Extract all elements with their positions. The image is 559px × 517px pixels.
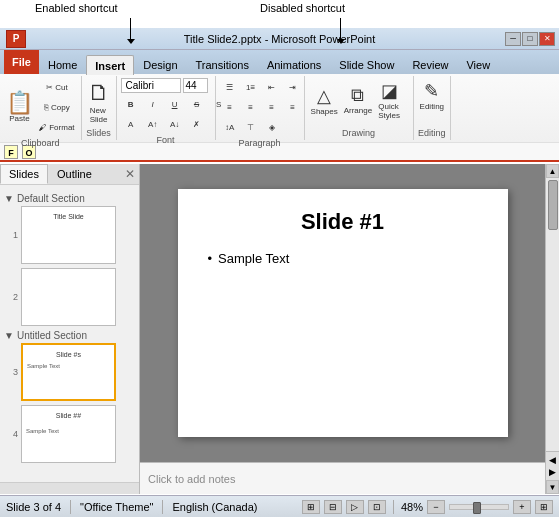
text-direction-button[interactable]: ↕A — [220, 118, 240, 136]
main-area: Slides Outline ✕ ▼ Default Section 1 Tit… — [0, 164, 559, 494]
slide-thumb-1[interactable]: Title Slide — [21, 206, 116, 264]
align-left-button[interactable]: ≡ — [220, 98, 240, 116]
italic-button[interactable]: I — [143, 95, 163, 113]
right-scrollbar[interactable]: ▲ ◀ ▶ ▼ — [545, 164, 559, 494]
maximize-button[interactable]: □ — [522, 32, 538, 46]
ribbon-tabs: File Home Insert Design Transitions Anim… — [0, 50, 559, 74]
slide-canvas[interactable]: Slide #1 • Sample Text — [178, 189, 508, 437]
tab-design[interactable]: Design — [134, 54, 186, 74]
tab-slides[interactable]: Slides — [0, 164, 48, 184]
zoom-level: 48% — [401, 501, 423, 513]
align-text-button[interactable]: ⊤ — [241, 118, 261, 136]
tab-review[interactable]: Review — [403, 54, 457, 74]
quick-styles-button[interactable]: ◪ QuickStyles — [376, 78, 402, 122]
normal-view-button[interactable]: ⊞ — [302, 500, 320, 514]
para-row1: ☰ 1≡ ⇤ ⇥ — [220, 78, 300, 96]
zoom-out-button[interactable]: − — [427, 500, 445, 514]
font-color-button[interactable]: A — [121, 115, 141, 133]
scroll-track[interactable] — [546, 178, 559, 451]
section-default-label: Default Section — [17, 193, 85, 204]
paste-button[interactable]: 📋 Paste — [4, 90, 35, 125]
tab-slideshow[interactable]: Slide Show — [330, 54, 403, 74]
slide-num-1: 1 — [4, 230, 18, 240]
tab-home[interactable]: Home — [39, 54, 86, 74]
slide-item-4[interactable]: 4 Slide ## Sample Text — [4, 405, 135, 463]
title-bar: P Title Slide2.pptx - Microsoft PowerPoi… — [0, 28, 559, 50]
scroll-up-button[interactable]: ▲ — [546, 164, 559, 178]
tab-view[interactable]: View — [457, 54, 499, 74]
font-name-dropdown[interactable]: Calibri — [121, 78, 181, 93]
decrease-font-button[interactable]: A↓ — [165, 115, 185, 133]
section-default[interactable]: ▼ Default Section — [4, 193, 135, 204]
slideshow-button[interactable]: ⊡ — [368, 500, 386, 514]
ribbon-content: 📋 Paste ✂ Cut ⎘ Copy 🖌 Format Clipboard … — [0, 74, 559, 142]
tab-animations[interactable]: Animations — [258, 54, 330, 74]
zoom-slider[interactable] — [449, 504, 509, 510]
increase-font-button[interactable]: A↑ — [143, 115, 163, 133]
slide-thumb-3[interactable]: Slide #s Sample Text — [21, 343, 116, 401]
strikethrough-button[interactable]: S — [187, 95, 207, 113]
slide-thumb-4[interactable]: Slide ## Sample Text — [21, 405, 116, 463]
align-center-button[interactable]: ≡ — [241, 98, 261, 116]
bullets-button[interactable]: ☰ — [220, 78, 240, 96]
panel-close-button[interactable]: ✕ — [125, 167, 135, 181]
fit-slide-button[interactable]: ⊞ — [535, 500, 553, 514]
editing-button[interactable]: ✎ Editing — [418, 78, 446, 113]
slide-bullet-item: • Sample Text — [208, 251, 478, 266]
copy-button[interactable]: ⎘ Copy — [37, 98, 77, 116]
section-untitled[interactable]: ▼ Untitled Section — [4, 330, 135, 341]
slide-item-1[interactable]: 1 Title Slide — [4, 206, 135, 264]
reading-view-button[interactable]: ▷ — [346, 500, 364, 514]
clear-format-button[interactable]: ✗ — [187, 115, 207, 133]
font-row2: B I U S S — [121, 95, 211, 113]
notes-placeholder: Click to add notes — [148, 473, 235, 485]
format-painter-button[interactable]: 🖌 Format — [37, 118, 77, 136]
notes-area[interactable]: Click to add notes — [140, 462, 545, 494]
font-size-dropdown[interactable]: 44 — [183, 78, 208, 93]
slide-bullet-text: Sample Text — [218, 251, 289, 266]
disabled-shortcut-label: Disabled shortcut — [260, 2, 345, 14]
scroll-down-button[interactable]: ▼ — [546, 480, 559, 494]
convert-smartart-button[interactable]: ◈ — [262, 118, 282, 136]
theme-info: "Office Theme" — [80, 501, 153, 513]
numbering-button[interactable]: 1≡ — [241, 78, 261, 96]
slide-num-2: 2 — [4, 292, 18, 302]
arrange-button[interactable]: ⧉ Arrange — [342, 78, 374, 122]
cut-button[interactable]: ✂ Cut — [37, 78, 77, 96]
align-right-button[interactable]: ≡ — [262, 98, 282, 116]
slide-item-2[interactable]: 2 — [4, 268, 135, 326]
tab-file[interactable]: File — [4, 50, 39, 74]
drawing-group: △ Shapes ⧉ Arrange ◪ QuickStyles Drawing — [305, 76, 414, 140]
new-slide-button[interactable]: 🗋 NewSlide — [86, 78, 112, 126]
tab-transitions[interactable]: Transitions — [187, 54, 258, 74]
prev-slide-button[interactable]: ◀ — [548, 454, 557, 466]
slide4-title: Slide ## — [56, 412, 81, 419]
close-button[interactable]: ✕ — [539, 32, 555, 46]
slide-item-3[interactable]: 3 Slide #s Sample Text — [4, 343, 135, 401]
slide-thumb-2[interactable] — [21, 268, 116, 326]
slide-sorter-button[interactable]: ⊟ — [324, 500, 342, 514]
decrease-indent-button[interactable]: ⇤ — [262, 78, 282, 96]
bold-button[interactable]: B — [121, 95, 141, 113]
status-divider-1 — [70, 500, 71, 514]
shapes-button[interactable]: △ Shapes — [309, 78, 340, 122]
clipboard-buttons: 📋 Paste ✂ Cut ⎘ Copy 🖌 Format — [4, 78, 77, 136]
increase-indent-button[interactable]: ⇥ — [283, 78, 303, 96]
tab-insert[interactable]: Insert — [86, 55, 134, 75]
zoom-in-button[interactable]: + — [513, 500, 531, 514]
next-slide-button[interactable]: ▶ — [548, 466, 557, 478]
scroll-nav-buttons: ◀ ▶ — [546, 451, 559, 480]
zoom-slider-thumb[interactable] — [473, 502, 481, 514]
panel-tabs: Slides Outline ✕ — [0, 164, 139, 185]
tab-outline[interactable]: Outline — [48, 164, 101, 184]
slides-list: ▼ Default Section 1 Title Slide 2 ▼ Unti… — [0, 185, 139, 482]
justify-button[interactable]: ≡ — [283, 98, 303, 116]
section-arrow-default: ▼ — [4, 193, 14, 204]
minimize-button[interactable]: ─ — [505, 32, 521, 46]
ribbon: File Home Insert Design Transitions Anim… — [0, 50, 559, 162]
scroll-thumb[interactable] — [548, 180, 558, 230]
font-controls: Calibri 44 B I U S S A A↑ A↓ ✗ — [121, 78, 211, 133]
enabled-shortcut-label: Enabled shortcut — [35, 2, 118, 14]
underline-button[interactable]: U — [165, 95, 185, 113]
status-left: Slide 3 of 4 "Office Theme" English (Can… — [6, 500, 257, 514]
